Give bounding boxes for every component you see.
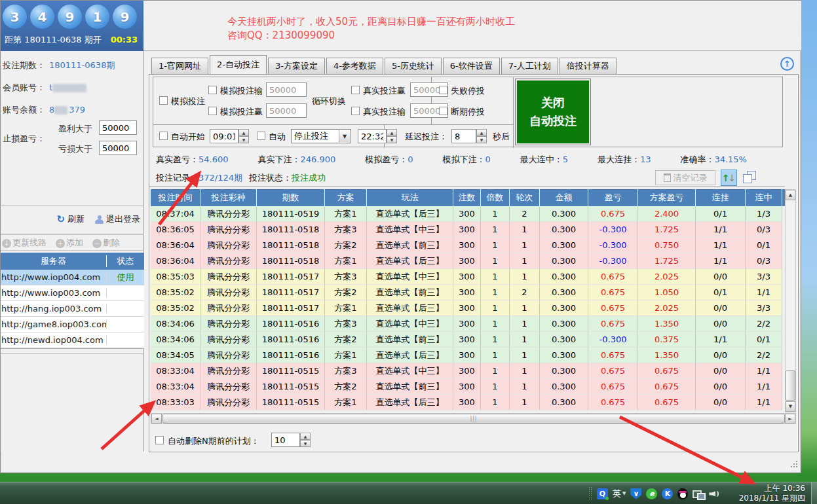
auto-start-time-input[interactable] [210, 129, 238, 143]
balance-value-suffix: 379 [69, 105, 85, 115]
table-row[interactable]: 08:35:03腾讯分分彩180111-0517方案3直选单式【中三】30011… [151, 269, 785, 285]
table-row[interactable]: 08:34:05腾讯分分彩180111-0516方案1直选单式【后三】30011… [151, 348, 785, 363]
table-cell: 1.350 [638, 316, 696, 332]
browser-e-icon[interactable]: e [646, 488, 657, 499]
auto-start-time-spinner[interactable]: ▲▼ [238, 129, 249, 143]
auto-checkbox[interactable] [257, 132, 265, 140]
table-row[interactable]: 08:34:06腾讯分分彩180111-0516方案3直选单式【中三】30011… [151, 316, 785, 332]
scroll-down-arrow[interactable]: ▼ [786, 401, 795, 412]
balance-label: 账号余额： [3, 105, 45, 115]
tab-1[interactable]: 1-官网网址 [151, 58, 208, 74]
stat-value: 0 [485, 154, 490, 164]
scroll-right-arrow[interactable]: ► [785, 414, 795, 423]
close-auto-bet-button[interactable]: 关闭 自动投注 [515, 79, 591, 145]
table-cell: 08:36:04 [151, 238, 200, 253]
taskbar-clock[interactable]: 上午 10:36 2018/1/11 星期四 [739, 484, 805, 503]
tab-7[interactable]: 7-人工计划 [501, 58, 558, 74]
update-route-button[interactable]: ↓更新线路 [2, 237, 47, 249]
table-cell: 腾讯分分彩 [200, 253, 257, 269]
table-row[interactable]: 08:33:03腾讯分分彩180111-0515方案1直选单式【后三】30011… [151, 395, 785, 410]
column-header: 倍数 [481, 189, 510, 206]
clear-records-button[interactable]: 清空记录 [655, 170, 715, 185]
stat-label: 模拟盈亏： [365, 154, 408, 164]
status-field: 投注状态：投注成功 [249, 172, 326, 184]
delay-bet-input[interactable] [451, 129, 476, 143]
table-cell: 3/3 [746, 269, 782, 285]
tab-4[interactable]: 4-参考数据 [326, 58, 383, 74]
network-icon[interactable] [693, 489, 704, 499]
scroll-up-circle-icon[interactable]: ↑ [780, 57, 794, 71]
sort-toggle-button[interactable]: ↑↓ [721, 170, 737, 186]
status-col-header: 状态 [107, 255, 144, 267]
volume-icon[interactable] [709, 489, 719, 499]
resize-grip[interactable] [789, 459, 798, 468]
qq-input-icon[interactable]: Q [597, 488, 608, 499]
stat-value: 54.600 [199, 154, 229, 164]
scroll-up-arrow[interactable]: ▲ [786, 190, 795, 200]
loss-gt-input[interactable] [99, 141, 137, 155]
server-row[interactable]: http://www.iop003.com [1, 285, 144, 301]
k-app-icon[interactable]: K [662, 488, 673, 499]
stop-mode-dropdown[interactable]: 停止投注 ▼ [291, 129, 351, 143]
table-row[interactable]: 08:35:02腾讯分分彩180111-0517方案2直选单式【前三】30012… [151, 285, 785, 300]
add-server-button[interactable]: +添加 [56, 237, 83, 249]
show-desktop-button[interactable] [811, 482, 817, 504]
table-row[interactable]: 08:33:04腾讯分分彩180111-0515方案2直选单式【前三】30011… [151, 379, 785, 395]
stop-time-input[interactable] [358, 129, 387, 143]
delay-bet-spinner[interactable]: ▲▼ [476, 129, 487, 143]
tab-6[interactable]: 6-软件设置 [443, 58, 500, 74]
vertical-scrollbar[interactable]: ▲ ▼ [785, 189, 796, 412]
table-row[interactable]: 08:36:04腾讯分分彩180111-0518方案2直选单式【前三】30011… [151, 238, 785, 253]
table-row[interactable]: 08:35:02腾讯分分彩180111-0517方案1直选单式【后三】30011… [151, 300, 785, 316]
table-cell: 0.300 [540, 316, 588, 332]
bet-period-value: 180111-0638期 [49, 60, 115, 70]
copy-window-icon[interactable] [743, 171, 756, 184]
tab-3[interactable]: 3-方案设定 [268, 58, 325, 74]
tab-2[interactable]: 2-自动投注 [210, 55, 267, 74]
auto-delete-input[interactable] [271, 433, 300, 447]
sim-bet-label: 模拟投注 [171, 96, 205, 107]
horizontal-scroll-thumb[interactable]: ||| [162, 414, 785, 423]
sim-win-checkbox[interactable] [208, 107, 217, 115]
table-row[interactable]: 08:34:06腾讯分分彩180111-0516方案2直选单式【前三】30011… [151, 332, 785, 348]
balance-value-prefix: 8 [49, 105, 54, 115]
horizontal-scrollbar[interactable]: ◄ ||| ► [151, 413, 796, 424]
sim-bet-checkbox[interactable] [159, 96, 168, 105]
table-row[interactable]: 08:33:04腾讯分分彩180111-0515方案3直选单式【中三】30011… [151, 363, 785, 379]
server-row[interactable]: http://newd.iop004.com [1, 333, 144, 348]
auto-start-checkbox[interactable] [159, 132, 168, 140]
stop-time-spinner[interactable]: ▲▼ [387, 129, 397, 143]
table-cell: 直选单式【后三】 [367, 253, 453, 269]
tab-8[interactable]: 倍投计算器 [560, 58, 617, 74]
fail-stop-checkbox[interactable] [439, 86, 447, 94]
divider [1, 206, 144, 206]
sim-lose-checkbox[interactable] [208, 86, 217, 94]
auto-delete-spinner[interactable]: ▲▼ [300, 433, 311, 447]
table-row[interactable]: 08:36:05腾讯分分彩180111-0518方案3直选单式【中三】30011… [151, 222, 785, 238]
table-cell: 0.300 [540, 206, 588, 222]
table-cell: 0.300 [540, 395, 588, 410]
logout-button[interactable]: 退出登录 [95, 213, 140, 225]
table-cell: 方案3 [325, 222, 367, 238]
table-row[interactable]: 08:36:04腾讯分分彩180111-0518方案1直选单式【后三】30011… [151, 253, 785, 269]
table-row[interactable]: 08:37:04腾讯分分彩180111-0519方案1直选单式【后三】30012… [151, 206, 785, 222]
sim-lose-input[interactable] [266, 82, 307, 97]
delete-server-button[interactable]: −删除 [92, 237, 120, 249]
scroll-left-arrow[interactable]: ◄ [151, 414, 162, 423]
sim-win-input[interactable] [266, 103, 307, 118]
qq-penguin-icon[interactable] [677, 488, 688, 499]
ime-language-button[interactable]: 英▼ [613, 488, 626, 499]
auto-delete-checkbox[interactable] [155, 436, 164, 444]
real-win-checkbox[interactable] [351, 86, 360, 94]
profit-gt-input[interactable] [99, 120, 137, 135]
tab-5[interactable]: 5-历史统计 [385, 58, 442, 74]
table-cell: 0/1 [746, 332, 782, 348]
server-row[interactable]: http://www.iop004.com使用 [1, 270, 144, 285]
vertical-scroll-thumb[interactable] [786, 370, 795, 401]
server-row[interactable]: http://hang.iop003.com [1, 301, 144, 317]
server-row[interactable]: http://game8.iop003.com [1, 317, 144, 333]
security-shield-icon[interactable]: ∨ [630, 488, 641, 499]
real-lose-checkbox[interactable] [351, 107, 360, 115]
refresh-button[interactable]: ↻刷新 [56, 213, 85, 225]
break-stop-checkbox[interactable] [439, 107, 447, 115]
